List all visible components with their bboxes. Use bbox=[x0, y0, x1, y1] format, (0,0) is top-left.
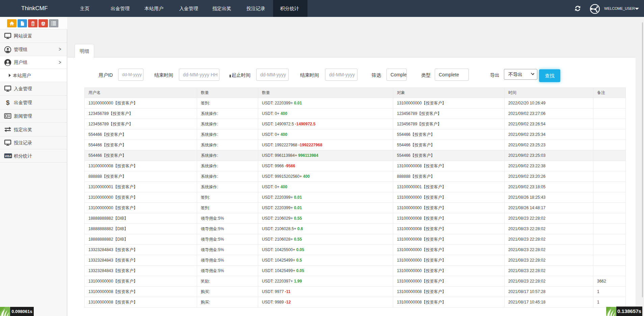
svg-text:VISA: VISA bbox=[5, 155, 11, 158]
svg-text:$: $ bbox=[6, 99, 10, 106]
